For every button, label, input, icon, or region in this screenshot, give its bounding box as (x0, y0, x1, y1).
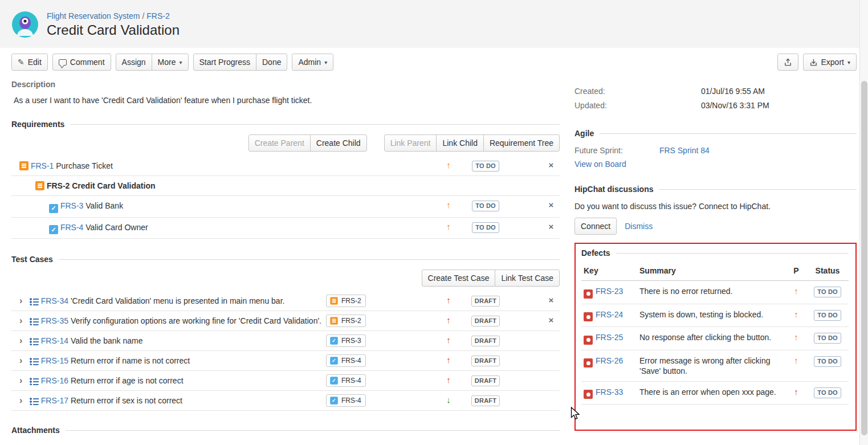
link-parent-button[interactable]: Link Parent (384, 134, 437, 152)
view-on-board-link[interactable]: View on Board (574, 160, 626, 169)
issue-summary: 'Credit Card Validation' menu is present… (71, 296, 285, 305)
expand-icon[interactable]: › (19, 317, 27, 325)
defect-key-link[interactable]: FRS-25 (596, 333, 623, 342)
priority-high-icon: ↑ (446, 355, 451, 365)
linked-key: FRS-2 (341, 317, 361, 325)
requirement-tree-button[interactable]: Requirement Tree (483, 134, 560, 152)
linked-requirement-chip[interactable]: FRS-4 (326, 374, 366, 387)
link-child-button[interactable]: Link Child (436, 134, 483, 152)
test-case-icon (30, 396, 39, 405)
expand-icon[interactable]: › (19, 297, 27, 305)
unlink-icon[interactable]: × (549, 200, 554, 210)
issue-key-link[interactable]: FRS-17 (41, 396, 68, 405)
issue-key-link[interactable]: FRS-3 (60, 201, 83, 210)
expand-icon[interactable]: › (19, 397, 27, 405)
issue-key-link[interactable]: FRS-34 (41, 296, 68, 305)
create-test-case-button[interactable]: Create Test Case (422, 270, 496, 287)
status-badge: TO DO (472, 161, 499, 172)
edit-button[interactable]: ✎ Edit (11, 54, 48, 71)
start-progress-button[interactable]: Start Progress (193, 54, 256, 71)
chevron-down-icon: ▾ (324, 59, 327, 66)
share-icon (784, 58, 792, 67)
future-sprint-link[interactable]: FRS Sprint 84 (659, 146, 710, 155)
admin-button-label: Admin (298, 58, 321, 67)
requirement-tree-label: Requirement Tree (490, 138, 553, 148)
issue-summary: Valid Bank (85, 201, 123, 210)
linked-requirement-chip[interactable]: FRS-2 (326, 295, 366, 307)
linked-requirement-chip[interactable]: FRS-3 (326, 334, 366, 347)
agile-heading: Agile (574, 129, 594, 138)
expand-icon[interactable]: › (19, 377, 27, 385)
test-case-row: › FRS-14 Valid the bank name FRS-3 ↑ DRA… (11, 331, 560, 351)
issue-summary: Valid Card Owner (85, 223, 148, 232)
priority-major-icon: ↑ (794, 309, 798, 319)
requirement-row-current: FRS-2 Credit Card Validation (11, 176, 560, 196)
admin-button[interactable]: Admin ▾ (292, 54, 333, 71)
more-button-label: More (158, 58, 176, 67)
test-cases-table: › FRS-34 'Credit Card Validation' menu i… (11, 291, 560, 411)
defect-key-link[interactable]: FRS-26 (596, 356, 623, 365)
issue-summary: Valid the bank name (71, 336, 143, 345)
issue-key-link[interactable]: FRS-14 (41, 336, 68, 345)
defect-row: FRS-25 No response after clicking the bu… (581, 327, 849, 350)
export-button[interactable]: Export ▾ (803, 54, 857, 71)
vertical-scrollbar[interactable] (859, 0, 868, 445)
connect-button-label: Connect (581, 222, 610, 231)
breadcrumb-project-link[interactable]: Flight Reservation System (47, 11, 140, 21)
priority-low-icon: ↓ (446, 395, 451, 405)
linked-requirement-chip[interactable]: FRS-2 (326, 315, 366, 327)
comment-button[interactable]: Comment (52, 54, 111, 71)
project-avatar (11, 11, 39, 38)
test-case-icon (30, 356, 39, 365)
expand-icon[interactable]: › (19, 337, 27, 345)
share-button[interactable] (777, 54, 798, 71)
unlink-icon[interactable]: × (549, 222, 554, 231)
status-badge: TO DO (814, 356, 841, 367)
defect-key-link[interactable]: FRS-24 (596, 310, 623, 319)
linked-key: FRS-4 (341, 377, 361, 385)
updated-label: Updated: (574, 99, 699, 113)
issue-summary: Return error if age is not correct (71, 376, 184, 385)
unlink-icon[interactable]: × (549, 160, 554, 170)
task-type-icon (330, 397, 338, 405)
defect-key-link[interactable]: FRS-33 (596, 387, 623, 397)
issue-key-link[interactable]: FRS-4 (60, 223, 83, 232)
chevron-down-icon: ▾ (179, 59, 182, 66)
status-badge: TO DO (814, 310, 841, 321)
link-test-case-button[interactable]: Link Test Case (495, 270, 560, 287)
scrollbar-thumb[interactable] (861, 81, 867, 435)
breadcrumb-issue-link[interactable]: FRS-2 (146, 11, 169, 21)
issue-key-link[interactable]: FRS-1 (31, 161, 54, 170)
done-button[interactable]: Done (256, 54, 287, 71)
requirements-toolbar: Create Parent Create Child Link Parent L… (11, 134, 560, 152)
unlink-icon[interactable]: × (549, 295, 554, 305)
hipchat-connect-button[interactable]: Connect (574, 218, 617, 235)
create-parent-button[interactable]: Create Parent (248, 134, 311, 152)
priority-high-icon: ↑ (794, 387, 798, 397)
linked-requirement-chip[interactable]: FRS-4 (326, 354, 366, 367)
create-child-button[interactable]: Create Child (310, 134, 367, 152)
status-badge: TO DO (814, 287, 841, 297)
defect-summary: There is an error when open xxx page. (637, 381, 786, 405)
more-button[interactable]: More ▾ (152, 54, 189, 71)
expand-icon[interactable]: › (19, 357, 27, 365)
dates-module: Created: 01/Jul/16 9:55 AM Updated: 03/N… (574, 84, 857, 113)
bug-icon (584, 358, 593, 368)
priority-major-icon: ↑ (794, 356, 798, 365)
defect-key-link[interactable]: FRS-23 (596, 287, 623, 296)
issue-key-link[interactable]: FRS-35 (41, 316, 68, 325)
issue-key-link[interactable]: FRS-16 (41, 376, 68, 385)
updated-value: 03/Nov/16 3:31 PM (701, 101, 769, 110)
requirement-type-icon (330, 297, 338, 305)
hipchat-dismiss-link[interactable]: Dismiss (625, 222, 653, 231)
linked-requirement-chip[interactable]: FRS-4 (326, 394, 366, 407)
status-badge: TO DO (814, 333, 841, 344)
column-header-summary: Summary (637, 261, 786, 281)
unlink-icon[interactable]: × (549, 315, 554, 325)
defects-header-row: Key Summary P Status (581, 261, 849, 281)
issue-key-link[interactable]: FRS-15 (41, 356, 68, 365)
requirement-row: FRS-4 Valid Card Owner ↑ TO DO × (11, 218, 560, 239)
status-badge: DRAFT (471, 395, 500, 406)
assign-button[interactable]: Assign (116, 54, 152, 71)
priority-high-icon: ↑ (446, 295, 451, 305)
